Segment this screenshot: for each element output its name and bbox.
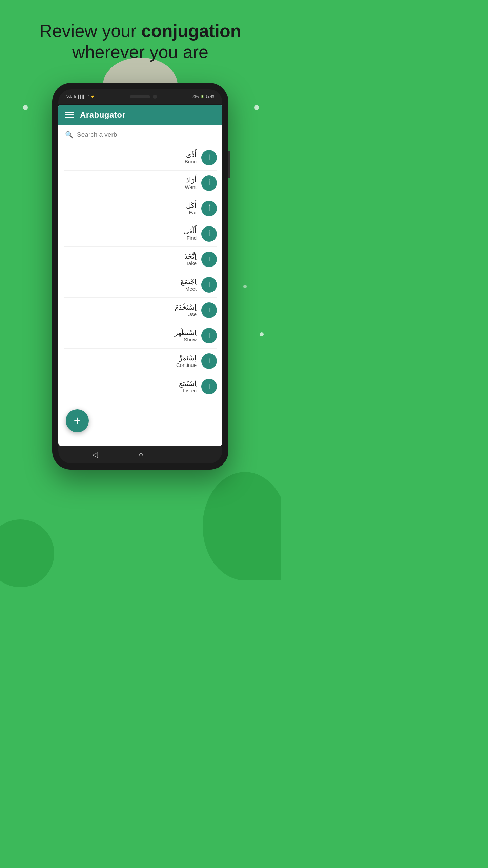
status-bar-right: 73% 🔋 19:49 — [192, 95, 214, 98]
verb-arabic: أَلْقَى — [64, 227, 197, 235]
phone-side-button — [228, 151, 230, 178]
header-line1-bold: conjugation — [141, 21, 241, 41]
verb-text-group: اِسْتَمَرَّ Continue — [64, 354, 197, 368]
speaker-grille — [130, 95, 150, 98]
verb-text-group: اِجْتَمَعَ Meet — [64, 278, 197, 292]
verb-list: أَدَّى Bring أ أَرَادَ Want أ أَكَلَ Eat… — [58, 145, 222, 446]
decoration-dot-phone-right — [243, 285, 247, 288]
list-item[interactable]: اِسْتَظْهَرَ Show ا — [64, 323, 217, 349]
list-item[interactable]: اِسْتَخْدَمَ Use ا — [64, 298, 217, 323]
list-item[interactable]: اِسْتَمَرَّ Continue ا — [64, 349, 217, 374]
list-item[interactable]: اِجْتَمَعَ Meet ا — [64, 272, 217, 298]
list-item[interactable]: أَكَلَ Eat أ — [64, 196, 217, 221]
verb-initial: ا — [208, 383, 210, 390]
battery-icon: 🔋 — [200, 95, 204, 98]
verb-detail-button[interactable]: أ — [201, 150, 217, 165]
list-item[interactable]: اِتَّخَذَ Take ا — [64, 247, 217, 272]
status-bar: VoLTE ▌▌▌ ⇌ ⚡ 73% 🔋 19:49 — [58, 89, 222, 104]
navigation-bar: ◁ ○ □ — [58, 446, 222, 463]
verb-initial: أ — [208, 179, 210, 187]
search-section: 🔍 — [58, 125, 222, 145]
front-camera — [153, 95, 157, 99]
decoration-dot-tl — [23, 105, 28, 110]
header-line1: Review your conjugation — [39, 20, 241, 41]
battery-percent: 73% — [192, 95, 199, 98]
verb-initial: ا — [208, 332, 210, 339]
verb-detail-button[interactable]: ا — [201, 252, 217, 267]
status-bar-left: VoLTE ▌▌▌ ⇌ ⚡ — [66, 95, 95, 98]
verb-arabic: اِتَّخَذَ — [64, 252, 197, 260]
verb-text-group: أَرَادَ Want — [64, 176, 197, 190]
verb-initial: ا — [208, 307, 210, 314]
app-bar: Arabugator — [58, 105, 222, 125]
clock: 19:49 — [206, 95, 214, 98]
verb-detail-button[interactable]: أ — [201, 175, 217, 191]
list-item[interactable]: أَرَادَ Want أ — [64, 171, 217, 196]
notch — [130, 95, 157, 99]
verb-arabic: أَكَلَ — [64, 201, 197, 210]
verb-detail-button[interactable]: ا — [201, 379, 217, 394]
decoration-dot-mr — [260, 332, 264, 336]
verb-initial: ا — [208, 357, 210, 365]
verb-initial: أ — [208, 154, 210, 161]
volte-badge: VoLTE — [66, 95, 76, 98]
list-item[interactable]: أَلْقَى Find أ — [64, 221, 217, 247]
verb-english: Continue — [64, 362, 197, 368]
search-input[interactable] — [77, 131, 216, 138]
verb-initial: أ — [208, 230, 210, 238]
verb-initial: ا — [208, 281, 210, 289]
wifi-icon: ⇌ — [86, 95, 89, 98]
header-section: Review your conjugation wherever you are — [19, 20, 261, 63]
verb-english: Show — [64, 337, 197, 342]
verb-text-group: اِسْتَخْدَمَ Use — [64, 303, 197, 317]
verb-text-group: اِسْتَظْهَرَ Show — [64, 329, 197, 342]
signal-bars: ▌▌▌ — [78, 95, 85, 98]
verb-detail-button[interactable]: أ — [201, 201, 217, 216]
verb-detail-button[interactable]: ا — [201, 328, 217, 343]
verb-arabic: أَرَادَ — [64, 176, 197, 184]
search-icon: 🔍 — [65, 131, 74, 139]
search-wrapper: 🔍 — [65, 131, 216, 142]
verb-arabic: اِسْتَخْدَمَ — [64, 303, 197, 311]
hamburger-menu-button[interactable] — [65, 112, 74, 118]
home-button[interactable]: ○ — [139, 450, 143, 459]
phone-mockup: VoLTE ▌▌▌ ⇌ ⚡ 73% 🔋 19:49 — [52, 83, 228, 470]
header-line2: wherever you are — [39, 41, 241, 62]
verb-text-group: أَكَلَ Eat — [64, 201, 197, 215]
verb-arabic: اِجْتَمَعَ — [64, 278, 197, 286]
list-item[interactable]: أَدَّى Bring أ — [64, 145, 217, 171]
phone-body: VoLTE ▌▌▌ ⇌ ⚡ 73% 🔋 19:49 — [52, 83, 228, 470]
back-button[interactable]: ◁ — [92, 450, 98, 459]
verb-detail-button[interactable]: ا — [201, 277, 217, 293]
phone-screen: Arabugator 🔍 أَدَّى Bring أ أَرَادَ — [58, 105, 222, 446]
verb-text-group: أَلْقَى Find — [64, 227, 197, 241]
verb-detail-button[interactable]: أ — [201, 226, 217, 242]
verb-detail-button[interactable]: ا — [201, 353, 217, 369]
usb-icon: ⚡ — [90, 95, 95, 98]
verb-english: Take — [64, 260, 197, 266]
verb-english: Use — [64, 311, 197, 317]
app-title: Arabugator — [80, 110, 125, 120]
add-verb-fab[interactable]: + — [66, 409, 89, 432]
verb-detail-button[interactable]: ا — [201, 302, 217, 318]
decoration-dot-tr — [254, 105, 259, 110]
verb-arabic: اِسْتَمَرَّ — [64, 354, 197, 362]
plus-icon: + — [74, 414, 81, 428]
verb-initial: أ — [208, 205, 210, 212]
verb-text-group: اِسْتَمَعَ Listen — [64, 379, 197, 393]
verb-english: Bring — [64, 159, 197, 164]
verb-arabic: اِسْتَظْهَرَ — [64, 329, 197, 337]
verb-initial: ا — [208, 256, 210, 263]
bg-decoration-bottom-left — [0, 519, 54, 587]
verb-text-group: اِتَّخَذَ Take — [64, 252, 197, 266]
verb-english: Eat — [64, 210, 197, 215]
verb-english: Find — [64, 235, 197, 241]
verb-text-group: أَدَّى Bring — [64, 151, 197, 164]
bg-decoration-bottom-right — [203, 472, 281, 580]
recents-button[interactable]: □ — [184, 450, 188, 459]
list-item[interactable]: اِسْتَمَعَ Listen ا — [64, 374, 217, 399]
verb-english: Meet — [64, 286, 197, 292]
header-line1-regular: Review your — [39, 21, 141, 41]
verb-english: Want — [64, 184, 197, 190]
verb-english: Listen — [64, 388, 197, 393]
